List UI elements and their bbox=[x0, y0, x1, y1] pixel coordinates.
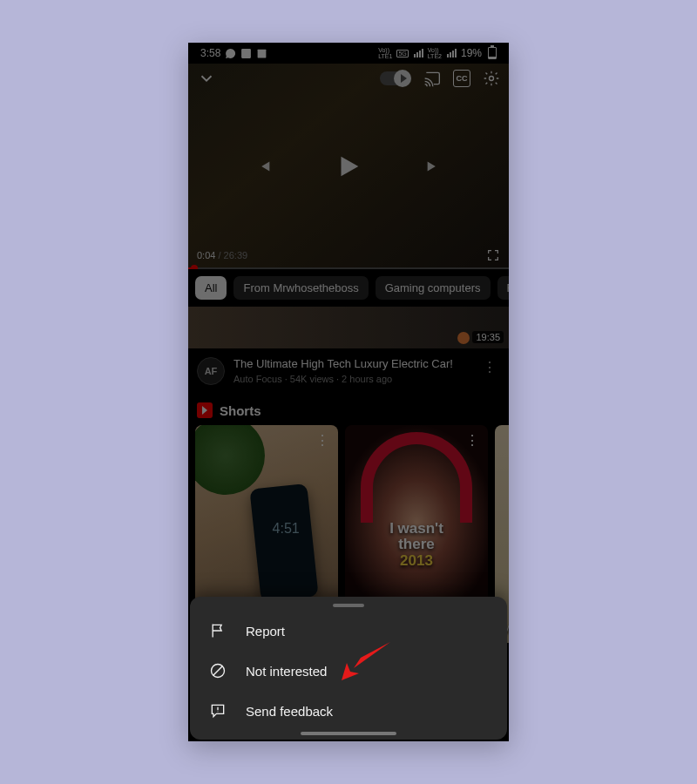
flag-icon bbox=[209, 622, 227, 639]
thumb-badge-icon bbox=[457, 332, 470, 344]
signal-1-icon bbox=[414, 49, 423, 57]
menu-feedback-label: Send feedback bbox=[246, 704, 333, 719]
short-phone-clock: 4:51 bbox=[273, 521, 300, 537]
video-title: The Ultimate High Tech Luxury Electric C… bbox=[233, 357, 470, 372]
captions-button[interactable]: CC bbox=[453, 70, 470, 87]
network-1: Vo))LTE1 bbox=[378, 47, 392, 59]
menu-report-label: Report bbox=[246, 624, 285, 639]
status-bar: 3:58 Vo))LTE1 5G Vo))LTE2 19% bbox=[188, 43, 509, 64]
svg-rect-1 bbox=[258, 49, 267, 57]
battery-icon bbox=[488, 47, 497, 59]
short-more-icon[interactable]: ⋮ bbox=[462, 430, 483, 450]
time-display: 0:04 / 26:39 bbox=[197, 250, 247, 260]
svg-point-2 bbox=[490, 77, 494, 81]
play-button[interactable] bbox=[334, 152, 363, 181]
video-player[interactable]: CC 0:04 / 26:39 bbox=[188, 64, 509, 269]
phone-frame: 3:58 Vo))LTE1 5G Vo))LTE2 19% CC bbox=[188, 43, 509, 741]
previous-button[interactable] bbox=[254, 157, 273, 176]
video-thumbnail: 19:35 bbox=[188, 307, 509, 348]
image-icon bbox=[256, 48, 267, 59]
shorts-header: Shorts bbox=[188, 394, 509, 425]
progress-bar[interactable] bbox=[188, 267, 509, 269]
channel-avatar[interactable]: AF bbox=[197, 357, 225, 385]
fullscreen-icon[interactable] bbox=[486, 248, 500, 262]
short-more-icon[interactable]: ⋮ bbox=[312, 430, 333, 450]
block-icon bbox=[209, 662, 227, 679]
shorts-heading: Shorts bbox=[220, 403, 261, 418]
settings-icon[interactable] bbox=[483, 70, 500, 87]
annotation-arrow bbox=[338, 637, 394, 686]
svg-rect-0 bbox=[241, 49, 251, 58]
video-card[interactable]: 19:35 AF The Ultimate High Tech Luxury E… bbox=[188, 307, 509, 394]
chip-all[interactable]: All bbox=[195, 276, 227, 300]
signal-2-icon bbox=[447, 49, 457, 57]
cast-icon[interactable] bbox=[423, 70, 441, 87]
whatsapp-icon bbox=[225, 48, 236, 59]
chip-gaming[interactable]: Gaming computers bbox=[376, 276, 491, 300]
chip-related[interactable]: Related bbox=[497, 276, 510, 300]
sheet-handle[interactable] bbox=[333, 604, 364, 607]
fiveg-badge: 5G bbox=[396, 50, 408, 57]
chip-from[interactable]: From Mrwhosetheboss bbox=[233, 276, 368, 300]
duration-badge: 19:35 bbox=[472, 331, 504, 343]
next-button[interactable] bbox=[424, 157, 443, 176]
battery-percent: 19% bbox=[461, 47, 482, 59]
status-time: 3:58 bbox=[200, 47, 220, 59]
shorts-logo-icon bbox=[197, 402, 213, 418]
chip-row: All From Mrwhosetheboss Gaming computers… bbox=[188, 269, 509, 307]
home-indicator bbox=[301, 732, 396, 735]
feedback-icon bbox=[209, 702, 227, 720]
menu-not-interested-label: Not interested bbox=[246, 664, 327, 679]
linkedin-icon bbox=[240, 48, 252, 59]
autoplay-toggle[interactable] bbox=[380, 71, 411, 85]
short-overlay-text: I wasn't there 2013 bbox=[381, 520, 452, 569]
video-more-icon[interactable]: ⋮ bbox=[479, 357, 500, 385]
chevron-down-icon[interactable] bbox=[197, 69, 216, 88]
network-2: Vo))LTE2 bbox=[428, 47, 442, 59]
video-subtitle: Auto Focus · 54K views · 2 hours ago bbox=[233, 374, 470, 384]
menu-send-feedback[interactable]: Send feedback bbox=[190, 691, 507, 731]
